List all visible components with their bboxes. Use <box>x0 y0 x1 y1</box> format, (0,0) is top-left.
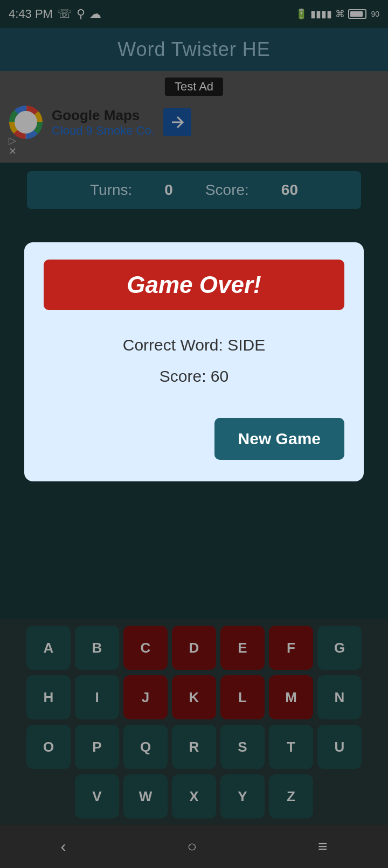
new-game-button[interactable]: New Game <box>214 418 344 460</box>
game-over-banner: Game Over! <box>44 260 344 310</box>
game-over-modal: Game Over! Correct Word: SIDE Score: 60 … <box>24 242 364 481</box>
game-over-title: Game Over! <box>127 271 261 298</box>
correct-word-display: Correct Word: SIDE <box>123 336 266 354</box>
final-score-display: Score: 60 <box>160 367 228 386</box>
modal-overlay: Game Over! Correct Word: SIDE Score: 60 … <box>0 0 388 868</box>
